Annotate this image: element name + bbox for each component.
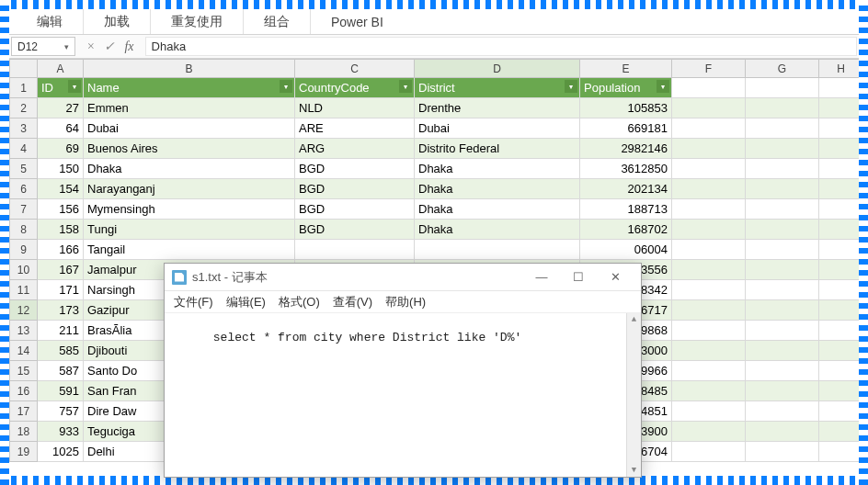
cell-H14[interactable]: [819, 341, 860, 361]
cell-C3[interactable]: ARE: [295, 118, 415, 139]
cell-A14[interactable]: 585: [38, 341, 84, 361]
cell-C2[interactable]: NLD: [295, 98, 415, 118]
cell-D9[interactable]: [415, 240, 580, 260]
row-header-17[interactable]: 17: [10, 401, 38, 422]
cell-G6[interactable]: [746, 179, 819, 199]
cell-C5[interactable]: BGD: [295, 159, 415, 179]
cell-F8[interactable]: [672, 220, 746, 240]
cell-B5[interactable]: Dhaka: [84, 159, 295, 179]
ribbon-group-2[interactable]: 重复使用: [151, 9, 244, 34]
cell-E6[interactable]: 202134: [580, 179, 672, 199]
scroll-down-icon[interactable]: ▼: [632, 464, 636, 477]
row-header-1[interactable]: 1: [10, 78, 38, 98]
notepad-menu-1[interactable]: 编辑(E): [226, 294, 266, 310]
close-button[interactable]: ✕: [597, 265, 634, 290]
header-cell-B[interactable]: Name▾: [84, 78, 295, 98]
cell-E3[interactable]: 669181: [580, 118, 672, 139]
minimize-button[interactable]: —: [523, 265, 560, 290]
col-header-A[interactable]: A: [38, 60, 84, 78]
cell-E7[interactable]: 188713: [580, 199, 672, 220]
row-header-13[interactable]: 13: [10, 321, 38, 341]
cell-C8[interactable]: BGD: [295, 220, 415, 240]
cell-D4[interactable]: Distrito Federal: [415, 139, 580, 159]
cell-B7[interactable]: Mymensingh: [84, 199, 295, 220]
row-header-18[interactable]: 18: [10, 422, 38, 442]
cell-F6[interactable]: [672, 179, 746, 199]
cell-G12[interactable]: [746, 300, 819, 321]
cell-F11[interactable]: [672, 280, 746, 300]
cell-F9[interactable]: [672, 240, 746, 260]
accept-formula-icon[interactable]: ✓: [104, 39, 115, 54]
cell-G14[interactable]: [746, 341, 819, 361]
cell-A10[interactable]: 167: [38, 260, 84, 280]
formula-input[interactable]: [145, 37, 857, 56]
header-cell-F[interactable]: [672, 78, 746, 98]
cell-D7[interactable]: Dhaka: [415, 199, 580, 220]
ribbon-group-4[interactable]: Power BI: [311, 9, 404, 34]
cell-H19[interactable]: [819, 442, 860, 462]
cell-D5[interactable]: Dhaka: [415, 159, 580, 179]
fx-icon[interactable]: fx: [124, 39, 133, 54]
notepad-scrollbar[interactable]: ▲ ▼: [626, 313, 641, 477]
row-header-10[interactable]: 10: [10, 260, 38, 280]
notepad-text-area[interactable]: select * from city where District like '…: [165, 313, 641, 477]
cell-H9[interactable]: [819, 240, 860, 260]
ribbon-group-0[interactable]: 编辑: [17, 9, 84, 34]
notepad-menu-4[interactable]: 帮助(H): [385, 294, 426, 310]
filter-button-D[interactable]: ▾: [565, 80, 577, 93]
row-header-8[interactable]: 8: [10, 220, 38, 240]
row-header-4[interactable]: 4: [10, 139, 38, 159]
cell-A16[interactable]: 591: [38, 381, 84, 401]
header-cell-C[interactable]: CountryCode▾: [295, 78, 415, 98]
cell-H6[interactable]: [819, 179, 860, 199]
header-cell-H[interactable]: [819, 78, 860, 98]
cell-H18[interactable]: [819, 422, 860, 442]
cell-A6[interactable]: 154: [38, 179, 84, 199]
header-cell-D[interactable]: District▾: [415, 78, 580, 98]
cell-H4[interactable]: [819, 139, 860, 159]
row-header-11[interactable]: 11: [10, 280, 38, 300]
filter-button-C[interactable]: ▾: [399, 80, 412, 93]
cell-E5[interactable]: 3612850: [580, 159, 672, 179]
cell-E2[interactable]: 105853: [580, 98, 672, 118]
row-header-19[interactable]: 19: [10, 442, 38, 462]
select-all-corner[interactable]: [10, 60, 38, 78]
cell-A8[interactable]: 158: [38, 220, 84, 240]
col-header-F[interactable]: F: [672, 60, 746, 78]
notepad-menu-3[interactable]: 查看(V): [333, 294, 372, 310]
cell-G8[interactable]: [746, 220, 819, 240]
cell-G13[interactable]: [746, 321, 819, 341]
cell-F10[interactable]: [672, 260, 746, 280]
cell-F17[interactable]: [672, 401, 746, 422]
cell-G17[interactable]: [746, 401, 819, 422]
cell-H12[interactable]: [819, 300, 860, 321]
cell-A9[interactable]: 166: [38, 240, 84, 260]
col-header-H[interactable]: H: [819, 60, 860, 78]
cell-B6[interactable]: Narayanganj: [84, 179, 295, 199]
cell-H10[interactable]: [819, 260, 860, 280]
cell-C9[interactable]: [295, 240, 415, 260]
cell-D6[interactable]: Dhaka: [415, 179, 580, 199]
cell-E9[interactable]: 06004: [580, 240, 672, 260]
cell-G2[interactable]: [746, 98, 819, 118]
header-cell-E[interactable]: Population▾: [580, 78, 672, 98]
cancel-formula-icon[interactable]: ×: [86, 39, 95, 54]
cell-B9[interactable]: Tangail: [84, 240, 295, 260]
cell-A12[interactable]: 173: [38, 300, 84, 321]
ribbon-group-3[interactable]: 组合: [244, 9, 311, 34]
cell-A15[interactable]: 587: [38, 361, 84, 381]
row-header-9[interactable]: 9: [10, 240, 38, 260]
filter-button-E[interactable]: ▾: [657, 80, 669, 93]
cell-G7[interactable]: [746, 199, 819, 220]
cell-A2[interactable]: 27: [38, 98, 84, 118]
row-header-12[interactable]: 12: [10, 300, 38, 321]
row-header-3[interactable]: 3: [10, 118, 38, 139]
cell-G3[interactable]: [746, 118, 819, 139]
cell-E8[interactable]: 168702: [580, 220, 672, 240]
cell-A11[interactable]: 171: [38, 280, 84, 300]
col-header-G[interactable]: G: [746, 60, 819, 78]
maximize-button[interactable]: ☐: [560, 265, 597, 290]
row-header-15[interactable]: 15: [10, 361, 38, 381]
cell-F2[interactable]: [672, 98, 746, 118]
col-header-B[interactable]: B: [84, 60, 295, 78]
